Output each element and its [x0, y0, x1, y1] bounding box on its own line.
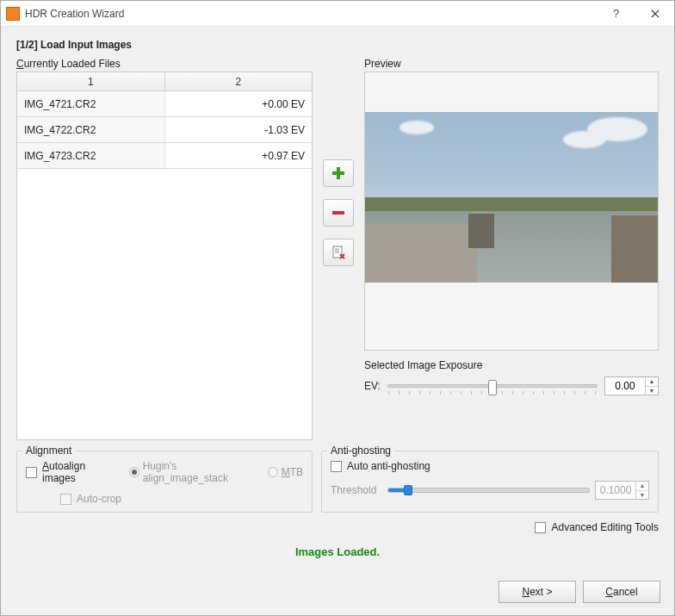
minus-icon [331, 206, 345, 220]
table-row[interactable]: IMG_4723.CR2 +0.97 EV [17, 143, 312, 169]
files-table: 1 2 IMG_4721.CR2 +0.00 EV IMG_4722.CR2 -… [16, 72, 313, 440]
plus-icon [331, 166, 345, 180]
file-ev-cell: -1.03 EV [165, 117, 313, 142]
threshold-step-down: ▼ [636, 491, 648, 500]
svg-rect-2 [332, 211, 344, 215]
ev-label: EV: [364, 380, 381, 392]
status-message: Images Loaded. [16, 533, 659, 563]
threshold-label: Threshold [331, 484, 382, 496]
table-row[interactable]: IMG_4722.CR2 -1.03 EV [17, 117, 312, 143]
antighost-legend: Anti-ghosting [327, 445, 394, 457]
close-icon [651, 9, 660, 18]
table-header-1[interactable]: 1 [17, 72, 165, 90]
mtb-radio [268, 467, 278, 477]
mtb-label: MTB [282, 466, 303, 478]
ev-step-down[interactable]: ▼ [646, 387, 658, 395]
hugin-label: Hugin's align_image_stack [143, 460, 257, 484]
preview-label: Preview [364, 58, 659, 70]
alignment-legend: Alignment [22, 445, 75, 457]
advanced-tools-checkbox[interactable] [535, 522, 546, 533]
file-name-cell: IMG_4722.CR2 [17, 117, 165, 142]
file-ev-cell: +0.00 EV [165, 91, 313, 116]
autocrop-label: Auto-crop [77, 493, 121, 505]
auto-antighost-checkbox[interactable] [331, 461, 342, 472]
window-controls: ? [597, 1, 674, 27]
autoalign-label: Autoalign images [42, 460, 117, 484]
file-ev-cell: +0.97 EV [165, 143, 313, 168]
wizard-window: HDR Creation Wizard ? [1/2] Load Input I… [0, 0, 675, 616]
table-row[interactable]: IMG_4721.CR2 +0.00 EV [17, 91, 312, 117]
ev-step-up[interactable]: ▲ [646, 377, 658, 387]
file-name-cell: IMG_4721.CR2 [17, 91, 165, 116]
clear-files-button[interactable] [323, 239, 354, 266]
next-button[interactable]: Next > [499, 581, 576, 603]
file-name-cell: IMG_4723.CR2 [17, 143, 165, 168]
exposure-label: Selected Image Exposure [364, 359, 659, 371]
ev-spinbox[interactable]: ▲ ▼ [604, 376, 659, 395]
remove-file-button[interactable] [323, 199, 354, 227]
threshold-spinbox: ▲ ▼ [595, 481, 649, 500]
table-header-2[interactable]: 2 [165, 72, 313, 90]
cancel-button[interactable]: Cancel [583, 581, 660, 603]
window-title: HDR Creation Wizard [25, 8, 124, 20]
svg-rect-1 [332, 171, 344, 175]
hugin-radio [129, 467, 139, 477]
ev-slider[interactable] [387, 384, 598, 388]
auto-antighost-label: Auto anti-ghosting [347, 460, 430, 472]
close-button[interactable] [635, 1, 674, 27]
autoalign-checkbox[interactable] [26, 467, 37, 478]
ev-value-input[interactable] [605, 377, 645, 395]
autocrop-checkbox [60, 494, 71, 505]
preview-image [364, 72, 659, 351]
dialog-button-bar: Next > Cancel [1, 572, 674, 615]
step-label: [1/2] Load Input Images [16, 39, 659, 51]
titlebar: HDR Creation Wizard ? [1, 1, 674, 27]
threshold-slider [387, 488, 590, 493]
threshold-step-up: ▲ [636, 482, 648, 491]
add-files-button[interactable] [323, 159, 354, 187]
threshold-value-input [596, 482, 635, 499]
document-delete-icon [331, 246, 345, 259]
help-button[interactable]: ? [597, 1, 635, 27]
advanced-tools-label: Advanced Editing Tools [551, 521, 659, 533]
app-icon [6, 7, 20, 21]
loaded-files-label: Currently Loaded Files [16, 58, 313, 70]
